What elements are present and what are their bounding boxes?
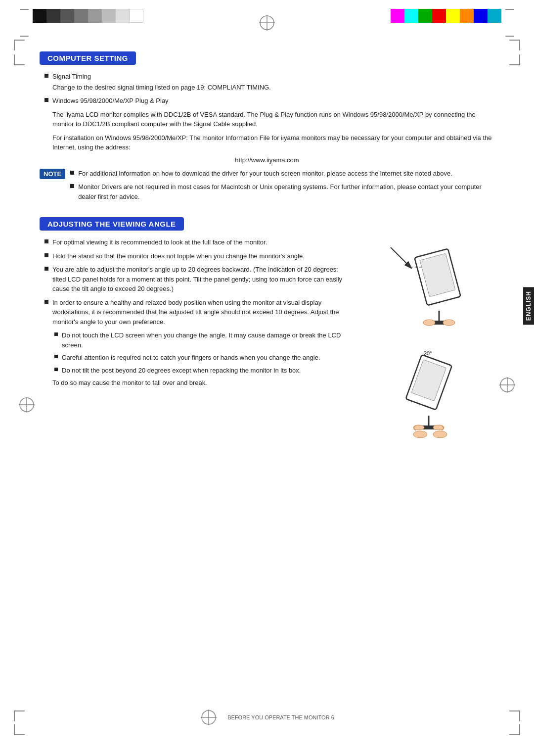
- swatch-green: [418, 9, 432, 23]
- windows-plugplay-item: Windows 95/98/2000/Me/XP Plug & Play: [44, 96, 494, 106]
- viewing-angle-right-col: 20°: [356, 237, 494, 440]
- swatch-gray: [60, 9, 74, 23]
- svg-point-10: [443, 320, 455, 326]
- main-content: COMPUTER SETTING Signal Timing Change to…: [0, 42, 534, 460]
- footer-right-reg-bottom: [509, 724, 520, 735]
- left-reg-mark-top: [14, 40, 25, 50]
- left-reg-mark-bottom: [14, 54, 25, 65]
- right-color-swatches: [391, 9, 501, 23]
- note-item-1-text: For additional information on how to dow…: [78, 169, 494, 179]
- bullet-icon: [44, 267, 48, 271]
- signal-timing-item: Signal Timing Change to the desired sign…: [44, 72, 494, 92]
- svg-point-19: [433, 431, 447, 438]
- top-bar: [0, 0, 534, 37]
- windows-text2: For installation on Windows 95/98/2000/M…: [52, 133, 494, 152]
- note-item-2-text: Monitor Drivers are not required in most…: [78, 182, 494, 201]
- footer-crosshair: [200, 709, 218, 726]
- sub-item-1: Do not touch the LCD screen when you cha…: [54, 331, 346, 350]
- sub-bullet-icon: [54, 368, 58, 371]
- website-url: http://www.iiyama.com: [40, 156, 494, 164]
- viewing-item-4: In order to ensure a healthy and relaxed…: [44, 298, 346, 327]
- swatch-yellow: [446, 9, 460, 23]
- footer-left-reg-top: [14, 710, 25, 721]
- viewing-item-3-text: You are able to adjust the monitor's ang…: [52, 265, 346, 294]
- center-crosshair: [258, 14, 276, 32]
- sub-item-4-text: To do so may cause the monitor to fall o…: [52, 378, 346, 388]
- bullet-icon: [44, 98, 48, 102]
- viewing-angle-section: ADJUSTING THE VIEWING ANGLE For optimal …: [40, 217, 494, 440]
- computer-setting-heading: COMPUTER SETTING: [40, 51, 136, 65]
- note-item-1: For additional information on how to dow…: [70, 169, 494, 179]
- sub-item-2: Careful attention is required not to cat…: [54, 353, 346, 363]
- windows-label: Windows 95/98/2000/Me/XP Plug & Play: [52, 96, 494, 106]
- swatch-orange: [460, 9, 474, 23]
- svg-point-9: [423, 320, 435, 326]
- monitor-tilt-illustration-2: 20°: [368, 346, 482, 440]
- left-color-swatches: [33, 9, 143, 23]
- footer-text: BEFORE YOU OPERATE THE MONITOR 6: [227, 714, 334, 720]
- swatch-light-gray: [88, 9, 102, 23]
- svg-point-18: [413, 431, 427, 438]
- swatch-red: [432, 9, 446, 23]
- english-sidebar: ENGLISH: [523, 287, 534, 325]
- svg-rect-6: [420, 253, 455, 296]
- computer-setting-section: COMPUTER SETTING Signal Timing Change to…: [40, 51, 494, 205]
- svg-line-3: [391, 247, 410, 267]
- note-box: NOTE For additional information on how t…: [40, 169, 494, 206]
- sub-item-2-text: Careful attention is required not to cat…: [62, 353, 346, 363]
- left-crosshair-mid: [18, 396, 36, 415]
- viewing-item-1-text: For optimal viewing it is recommended to…: [52, 237, 346, 247]
- swatch-magenta: [391, 9, 404, 23]
- swatch-near-white: [116, 9, 130, 23]
- note-label: NOTE: [40, 169, 65, 179]
- signal-timing-label: Signal Timing Change to the desired sign…: [52, 72, 494, 92]
- viewing-angle-left-col: For optimal viewing it is recommended to…: [40, 237, 346, 388]
- sub-item-3: Do not tilt the post beyond 20 degrees e…: [54, 366, 346, 376]
- viewing-item-4-text: In order to ensure a healthy and relaxed…: [52, 298, 346, 327]
- swatch-mid-gray: [74, 9, 88, 23]
- footer-right-reg-top: [509, 710, 520, 721]
- swatch-lighter-gray: [102, 9, 116, 23]
- note-item-2: Monitor Drivers are not required in most…: [70, 182, 494, 201]
- bullet-icon: [44, 239, 48, 243]
- bullet-icon: [44, 74, 48, 78]
- bullet-icon: [44, 300, 48, 304]
- swatch-cyan: [404, 9, 418, 23]
- viewing-item-2: Hold the stand so that the monitor does …: [44, 251, 346, 261]
- swatch-dark-gray: [46, 9, 60, 23]
- sub-item-1-text: Do not touch the LCD screen when you cha…: [62, 331, 346, 350]
- right-reg-mark-top: [509, 40, 520, 50]
- viewing-item-2-text: Hold the stand so that the monitor does …: [52, 251, 346, 261]
- swatch-white: [130, 9, 143, 23]
- page-footer: BEFORE YOU OPERATE THE MONITOR 6: [0, 709, 534, 726]
- right-reg-mark-bottom: [509, 54, 520, 65]
- sub-bullet-icon: [54, 355, 58, 358]
- bullet-icon: [44, 253, 48, 257]
- viewing-angle-heading: ADJUSTING THE VIEWING ANGLE: [40, 217, 184, 231]
- swatch-black: [33, 9, 46, 23]
- right-crosshair-mid: [498, 376, 516, 395]
- bullet-icon: [70, 171, 74, 175]
- bullet-icon: [70, 184, 74, 188]
- viewing-item-1: For optimal viewing it is recommended to…: [44, 237, 346, 247]
- swatch-teal: [488, 9, 501, 23]
- windows-text1: The iiyama LCD monitor complies with DDC…: [52, 110, 494, 129]
- viewing-item-3: You are able to adjust the monitor's ang…: [44, 265, 346, 294]
- sub-bullet-icon: [54, 332, 58, 336]
- swatch-blue: [474, 9, 488, 23]
- monitor-tilt-illustration-1: [371, 237, 480, 336]
- two-col-layout: For optimal viewing it is recommended to…: [40, 237, 494, 440]
- note-content: For additional information on how to dow…: [70, 169, 494, 206]
- sub-item-3-text: Do not tilt the post beyond 20 degrees e…: [62, 366, 346, 376]
- footer-left-reg-bottom: [14, 724, 25, 735]
